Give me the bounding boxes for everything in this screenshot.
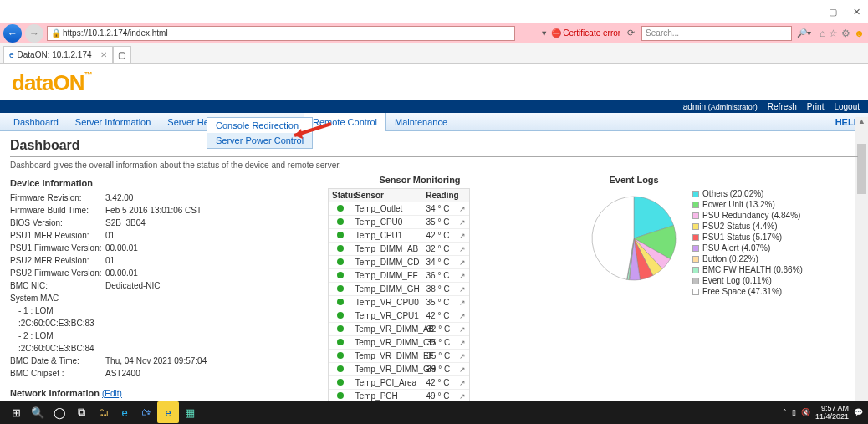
sensor-name: Temp_VR_DIMM_EF bbox=[351, 350, 423, 362]
ie-icon[interactable]: e bbox=[157, 401, 179, 423]
sensor-detail-icon[interactable]: ↗ bbox=[456, 257, 469, 268]
sensor-row: Temp_CPU035 ° C↗ bbox=[329, 215, 469, 228]
sensor-detail-icon[interactable]: ↗ bbox=[456, 324, 469, 335]
close-icon[interactable]: ✕ bbox=[848, 3, 865, 20]
sensor-detail-icon[interactable]: ↗ bbox=[456, 284, 469, 295]
logo: dataON™ bbox=[0, 64, 868, 100]
scroll-up-icon[interactable]: ▲ bbox=[855, 117, 868, 130]
status-dot bbox=[329, 390, 352, 401]
start-button[interactable]: ⊞ bbox=[5, 401, 27, 423]
value: 00.00.01 bbox=[105, 242, 138, 254]
legend-swatch bbox=[692, 245, 699, 252]
sensor-detail-icon[interactable]: ↗ bbox=[456, 337, 469, 349]
maximize-icon[interactable]: ▢ bbox=[825, 3, 841, 20]
app-icon[interactable]: ▦ bbox=[179, 401, 201, 423]
legend-swatch bbox=[692, 234, 699, 241]
sensor-detail-icon[interactable]: ↗ bbox=[456, 270, 469, 282]
certificate-warning[interactable]: ⛔ Certificate error bbox=[551, 28, 620, 38]
sensor-name: Temp_DIMM_EF bbox=[352, 269, 423, 282]
sensor-detail-icon[interactable]: ↗ bbox=[456, 364, 469, 375]
print-link[interactable]: Print bbox=[807, 102, 825, 111]
emoji-icon[interactable]: ☻ bbox=[854, 28, 865, 39]
menu-server-information[interactable]: Server Information bbox=[67, 113, 159, 131]
device-info-row: - 1 : LOM :2C:60:0C:E3:BC:83 bbox=[10, 304, 311, 329]
edge-icon[interactable]: e bbox=[114, 401, 135, 423]
tray-wifi-icon[interactable]: ▯ bbox=[792, 408, 796, 416]
sensor-detail-icon[interactable]: ↗ bbox=[456, 297, 469, 309]
notifications-icon[interactable]: 💬 bbox=[854, 408, 863, 416]
sensor-detail-icon[interactable]: ↗ bbox=[456, 243, 469, 255]
search-go-icon[interactable]: 🔎▾ bbox=[797, 28, 811, 38]
label: BIOS Version: bbox=[10, 217, 105, 229]
sensor-detail-icon[interactable]: ↗ bbox=[456, 350, 469, 362]
legend-label: Free Space (47.31%) bbox=[702, 286, 782, 297]
sensor-detail-icon[interactable]: ↗ bbox=[456, 391, 469, 401]
cortana-icon[interactable]: ◯ bbox=[49, 401, 70, 423]
page-description: Dashboard gives the overall information … bbox=[10, 161, 858, 170]
sensor-detail-icon[interactable]: ↗ bbox=[456, 217, 469, 228]
sensor-reading: 42 ° C bbox=[422, 309, 456, 322]
device-info-row: PSU1 MFR Revision:01 bbox=[10, 229, 311, 242]
sensor-detail-icon[interactable]: ↗ bbox=[456, 203, 469, 215]
sensor-name: Temp_CPU0 bbox=[352, 216, 423, 228]
sensor-reading: 32 ° C bbox=[423, 323, 456, 335]
device-info-heading: Device Information bbox=[10, 178, 311, 188]
label: PSU1 MFR Revision: bbox=[10, 229, 105, 242]
legend-label: Button (0.22%) bbox=[702, 253, 758, 264]
status-dot bbox=[329, 229, 352, 242]
dropdown-icon[interactable]: ▼ bbox=[540, 29, 548, 38]
label: BMC NIC: bbox=[10, 279, 105, 292]
back-button[interactable]: ← bbox=[3, 24, 22, 43]
favorites-icon[interactable]: ☆ bbox=[829, 28, 838, 39]
sensor-name: Temp_CPU1 bbox=[352, 229, 423, 242]
tab-title: DataON: 10.1.2.174 bbox=[18, 50, 92, 59]
forward-button[interactable]: → bbox=[25, 24, 43, 43]
page-body: dataON™ admin (Administrator) Refresh Pr… bbox=[0, 64, 868, 401]
sensor-name: Temp_VR_CPU1 bbox=[352, 309, 423, 322]
explorer-icon[interactable]: 🗂 bbox=[92, 401, 114, 423]
tray-up-icon[interactable]: ˄ bbox=[783, 408, 787, 416]
url-input[interactable]: 🔒 https://10.1.2.174/index.html bbox=[47, 26, 515, 41]
search-input[interactable]: Search... bbox=[641, 26, 792, 41]
refresh-icon[interactable]: ⟳ bbox=[627, 28, 635, 38]
tray-volume-icon[interactable]: 🔇 bbox=[801, 408, 810, 416]
legend-item: PSU Alert (4.07%) bbox=[692, 243, 803, 253]
status-dot bbox=[329, 216, 352, 228]
network-edit-link[interactable]: (Edit) bbox=[102, 389, 122, 398]
taskview-icon[interactable]: 🔍 bbox=[27, 401, 49, 423]
tab-close-icon[interactable]: ✕ bbox=[100, 50, 107, 59]
annotation-arrow bbox=[283, 119, 333, 146]
legend-swatch bbox=[692, 256, 699, 263]
tab-bar: e DataON: 10.1.2.174 ✕ ▢ bbox=[0, 43, 868, 64]
url-text: https://10.1.2.174/index.html bbox=[63, 28, 168, 38]
label: PSU2 MFR Revision: bbox=[10, 254, 105, 267]
status-dot bbox=[329, 256, 352, 268]
device-info-row: PSU1 Firmware Version:00.00.01 bbox=[10, 242, 311, 254]
status-dot bbox=[329, 243, 352, 255]
sensor-detail-icon[interactable]: ↗ bbox=[456, 230, 469, 242]
search-placeholder: Search... bbox=[646, 28, 679, 38]
legend-swatch bbox=[692, 278, 699, 284]
store-icon[interactable]: 🛍 bbox=[135, 401, 157, 423]
system-tray[interactable]: ˄ ▯ 🔇 9:57 AM 11/4/2021 💬 bbox=[783, 404, 863, 421]
taskview2-icon[interactable]: ⧉ bbox=[70, 401, 92, 423]
logout-link[interactable]: Logout bbox=[834, 102, 860, 111]
browser-tab[interactable]: e DataON: 10.1.2.174 ✕ bbox=[3, 46, 113, 63]
minimize-icon[interactable]: — bbox=[801, 3, 818, 20]
status-dot bbox=[329, 269, 352, 282]
tools-icon[interactable]: ⚙ bbox=[841, 28, 850, 39]
sensor-detail-icon[interactable]: ↗ bbox=[456, 310, 469, 322]
menu-maintenance[interactable]: Maintenance bbox=[386, 113, 456, 131]
user-role: (Administrator) bbox=[708, 103, 758, 111]
refresh-link[interactable]: Refresh bbox=[768, 102, 797, 111]
value: 00.00.01 bbox=[105, 267, 138, 279]
menu-dashboard[interactable]: Dashboard bbox=[5, 113, 67, 131]
sensor-detail-icon[interactable]: ↗ bbox=[456, 377, 469, 389]
sensor-name: Temp_DIMM_AB bbox=[352, 243, 423, 255]
warning-icon: ⛔ bbox=[551, 28, 561, 38]
new-tab-button[interactable]: ▢ bbox=[113, 46, 131, 63]
sensor-row: Temp_DIMM_EF36 ° C↗ bbox=[329, 268, 469, 282]
legend-label: PSU2 Status (4.4%) bbox=[702, 221, 777, 232]
status-dot bbox=[329, 323, 351, 335]
home-icon[interactable]: ⌂ bbox=[819, 28, 825, 39]
